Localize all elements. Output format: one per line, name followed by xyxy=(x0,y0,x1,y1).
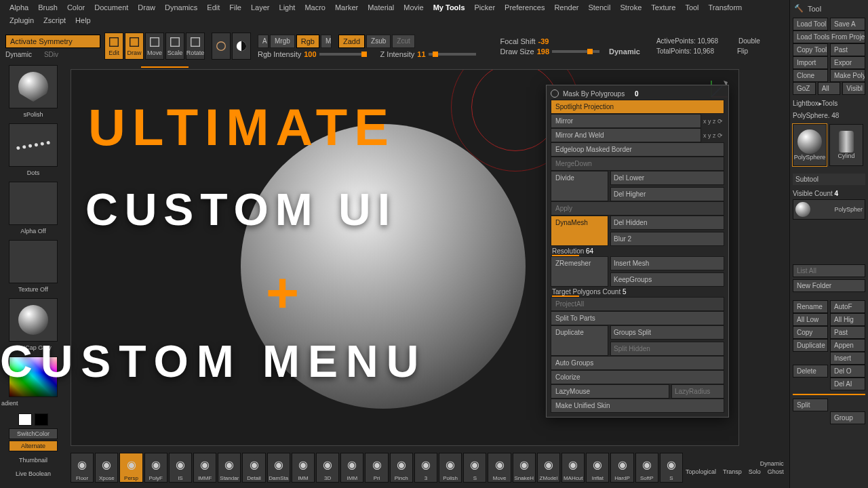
brush-tile[interactable] xyxy=(9,65,58,108)
menu-file[interactable]: File xyxy=(225,2,245,13)
popup-slider-resolution[interactable]: Resolution 64 xyxy=(551,246,724,256)
shelf-imm[interactable]: ◉IMM xyxy=(340,453,363,483)
popup-side[interactable]: Groups Split xyxy=(610,325,724,340)
stroke-tile[interactable] xyxy=(9,123,58,167)
shelf-dynamic[interactable]: Dynamic xyxy=(760,460,784,467)
menu-my-tools[interactable]: My Tools xyxy=(429,2,469,13)
alpha-tile[interactable] xyxy=(9,182,58,225)
menu-dynamics[interactable]: Dynamics xyxy=(161,2,201,13)
popup-spotlight-projection[interactable]: Spotlight Projection xyxy=(551,100,724,114)
popup-auto-groups[interactable]: Auto Groups xyxy=(551,356,724,370)
axis-icons[interactable]: x y z ⟳ xyxy=(703,118,724,125)
tool-make-polymes[interactable]: Make PolyMes xyxy=(830,69,865,82)
axis-icons[interactable]: x y z ⟳ xyxy=(703,132,724,139)
shelf-mahcut[interactable]: ◉MAHcut xyxy=(561,453,585,483)
shelf-hardp[interactable]: ◉HardP xyxy=(610,453,633,483)
menu-transform[interactable]: Transform xyxy=(705,2,747,13)
popup-split-to-parts[interactable]: Split To Parts xyxy=(551,311,724,325)
popup-side[interactable]: KeepGroups xyxy=(610,272,724,287)
popup-side[interactable]: Insert Mesh xyxy=(610,256,724,270)
op-del-al[interactable]: Del Al xyxy=(830,378,865,390)
popup-side[interactable]: Del Hidden xyxy=(610,216,724,230)
alternate-button[interactable]: Alternate xyxy=(9,441,58,451)
subtool-header[interactable]: Subtool xyxy=(793,174,865,185)
popup-lazymouse[interactable]: LazyMouse xyxy=(551,384,669,399)
shelf-s[interactable]: ◉S xyxy=(463,453,486,483)
popup-projectall[interactable]: ProjectAll xyxy=(551,297,724,311)
popup-dynamesh[interactable]: DynaMesh xyxy=(551,216,608,246)
shelf-3[interactable]: ◉3 xyxy=(414,453,437,483)
op-all-hig[interactable]: All Hig xyxy=(830,313,865,326)
shelf-immf[interactable]: ◉IMMF xyxy=(193,453,216,483)
op-appen[interactable]: Appen xyxy=(830,339,865,352)
menu-texture[interactable]: Texture xyxy=(647,2,679,13)
a-button[interactable]: A xyxy=(258,35,269,48)
menu-preferences[interactable]: Preferences xyxy=(500,2,549,13)
new-folder-button[interactable]: New Folder xyxy=(793,279,865,292)
menu-help[interactable]: Help xyxy=(71,15,95,26)
popup-side[interactable]: Del Lower xyxy=(610,171,724,185)
zadd-button[interactable]: Zadd xyxy=(338,35,365,48)
op-copy[interactable]: Copy xyxy=(793,326,828,339)
menu-movie[interactable]: Movie xyxy=(399,2,427,13)
popup-side[interactable]: Del Higher xyxy=(610,187,724,201)
menu-zplugin[interactable]: Zplugin xyxy=(5,15,38,26)
shelf-softp[interactable]: ◉SoftP xyxy=(635,453,658,483)
shelf-detail[interactable]: ◉Detail xyxy=(242,453,265,483)
menu-material[interactable]: Material xyxy=(363,2,398,13)
rotate-toggle[interactable]: Rotate xyxy=(186,33,205,60)
popup-zremesher[interactable]: ZRemesher xyxy=(551,256,608,287)
menu-stencil[interactable]: Stencil xyxy=(584,2,614,13)
shelf-xpose[interactable]: ◉Xpose xyxy=(95,453,118,483)
op-del-o[interactable]: Del O xyxy=(830,365,865,378)
op-past[interactable]: Past xyxy=(830,326,865,339)
shelf-snakeh[interactable]: ◉SnakeH xyxy=(513,453,536,483)
op-duplicate[interactable]: Duplicate xyxy=(793,339,828,352)
shelf-inflat[interactable]: ◉Inflat xyxy=(586,453,609,483)
menu-stroke[interactable]: Stroke xyxy=(616,2,646,13)
lightbox-link[interactable]: Lightbox▸Tools xyxy=(793,100,865,107)
tool-copy-tool[interactable]: Copy Tool xyxy=(793,43,828,56)
tool-goz[interactable]: GoZ xyxy=(793,82,816,95)
fg-swatch[interactable] xyxy=(18,413,32,426)
draw-size-slider[interactable]: Draw Size 198 Dynamic xyxy=(500,47,640,56)
shelf-s[interactable]: ◉S xyxy=(660,453,683,483)
shelf-is[interactable]: ◉IS xyxy=(169,453,192,483)
shelf-floor[interactable]: ◉Floor xyxy=(71,453,94,483)
popup-slider-target-polygons-count[interactable]: Target Polygons Count 5 xyxy=(551,287,724,297)
texture-tile[interactable] xyxy=(9,240,58,283)
menu-macro[interactable]: Macro xyxy=(300,2,330,13)
list-all-button[interactable]: List All xyxy=(793,264,865,277)
popup-make-unified-skin[interactable]: Make Unified Skin xyxy=(551,399,724,413)
popup-colorize[interactable]: Colorize xyxy=(551,370,724,384)
tool-thumb-polysphere[interactable]: PolySphere xyxy=(793,124,827,166)
tool-save-a[interactable]: Save A xyxy=(830,18,865,30)
z-intensity-slider[interactable]: Z Intensity 11 xyxy=(380,50,476,58)
contrast-icon[interactable] xyxy=(232,33,251,60)
foot-group[interactable]: Group xyxy=(830,411,865,424)
op-insert[interactable]: Insert xyxy=(830,352,865,365)
zsub-button[interactable]: Zsub xyxy=(366,35,391,48)
popup-mergedown[interactable]: MergeDown xyxy=(551,157,724,171)
popup-side[interactable]: LazyRadius xyxy=(671,384,724,399)
popup-duplicate[interactable]: Duplicate xyxy=(551,325,608,356)
double-button[interactable]: Double xyxy=(738,37,760,45)
tool-visibl[interactable]: Visibl xyxy=(842,82,865,95)
menu-alpha[interactable]: Alpha xyxy=(5,2,33,13)
switch-color-button[interactable]: SwitchColor xyxy=(9,428,58,439)
mrgb-button[interactable]: Mrgb xyxy=(270,35,295,48)
shelf-pri[interactable]: ◉Pri xyxy=(365,453,388,483)
menu-brush[interactable]: Brush xyxy=(34,2,62,13)
tool-clone[interactable]: Clone xyxy=(793,69,828,82)
shelf-move[interactable]: ◉Move xyxy=(488,453,511,483)
menu-light[interactable]: Light xyxy=(275,2,300,13)
tool-import[interactable]: Import xyxy=(793,56,828,69)
op-rename[interactable]: Rename xyxy=(793,300,828,313)
menu-tool[interactable]: Tool xyxy=(681,2,703,13)
shelf-persp[interactable]: ◉Persp xyxy=(119,453,142,483)
menu-zscript[interactable]: Zscript xyxy=(39,15,70,26)
tool-past[interactable]: Past xyxy=(830,43,865,56)
menu-picker[interactable]: Picker xyxy=(471,2,500,13)
shelf-solo[interactable]: Solo xyxy=(749,468,761,475)
tool-load-tool[interactable]: Load Tool xyxy=(793,18,828,30)
